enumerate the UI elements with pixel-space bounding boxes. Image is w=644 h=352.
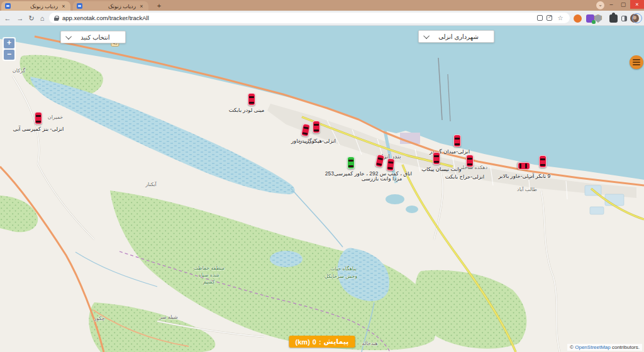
vehicle-label: مینی لودر بابکت — [229, 107, 265, 113]
site-favicon — [5, 3, 11, 9]
map-place-label: وحش سرخانکل — [325, 273, 357, 279]
zoom-out-button[interactable]: − — [4, 50, 14, 60]
vehicle-label: انزلی-حراج بابکت — [445, 173, 484, 180]
account-select[interactable]: شهرداری انزلی — [418, 30, 494, 43]
vehicle-icon[interactable] — [433, 152, 440, 165]
window-close-button[interactable]: × — [630, 0, 644, 9]
map-place-label: منطقه حفاظت — [193, 265, 224, 271]
map-place-label: پناهگاه حیات — [330, 266, 357, 272]
map-place-label: خمیران — [48, 114, 64, 120]
window-maximize-button[interactable]: ▢ — [618, 0, 628, 9]
lock-icon[interactable] — [54, 16, 58, 21]
map-layers-button[interactable] — [630, 55, 643, 69]
account-select-value: شهرداری انزلی — [430, 33, 487, 40]
distance-label: پیمایش — [324, 338, 349, 346]
reload-icon[interactable]: ↻ — [26, 13, 36, 23]
window-minimize-button[interactable]: – — [606, 0, 616, 9]
vehicle-icon[interactable] — [518, 162, 530, 170]
side-panel-icon[interactable] — [621, 16, 627, 21]
distance-value: 0 — [313, 338, 316, 346]
map-place-label: شیله سر — [159, 314, 177, 320]
vehicle-label: وانت نیسان پیکاپ — [421, 166, 461, 172]
distance-separator: : — [319, 338, 321, 346]
tab-close-icon[interactable]: × — [138, 3, 145, 9]
device-select-value: انتخاب کنید — [72, 34, 119, 41]
back-icon[interactable]: ← — [3, 13, 13, 23]
browser-tab-strip: ردیاب زنوتک × ردیاب زنوتک × + ⌄ – ▢ × — [0, 0, 644, 11]
browser-toolbar: ← → ↻ ⌂ app.xenotak.com/tracker/trackAll… — [0, 11, 644, 26]
vehicle-label: مزدا وانت بازرسی — [362, 175, 402, 182]
map-zoom-control: + − — [3, 37, 16, 61]
forward-icon[interactable]: → — [15, 13, 25, 23]
chevron-down-icon — [423, 33, 430, 39]
map-place-label: شده سیاه — [198, 272, 219, 278]
distance-unit: (km) — [296, 338, 310, 346]
map-canvas[interactable]: 49 گرکانخمیرانآبکناربندر انزلیدهکده ساحل… — [0, 26, 644, 352]
vehicle-icon[interactable] — [347, 157, 355, 169]
vehicle-label: انزلی-هپکوگریدر — [299, 138, 336, 144]
browser-menu-icon[interactable]: ⋮ — [632, 13, 642, 23]
vehicle-label: انزلی- بنز کمپرسی آبی — [13, 126, 64, 132]
new-tab-button[interactable]: + — [155, 2, 164, 11]
vehicle-label: 9 تانکر آب — [528, 173, 551, 179]
extension-icon-purple[interactable] — [586, 14, 594, 23]
browser-tab-1[interactable]: ردیاب زنوتک × — [1, 1, 70, 11]
map-place-label: هندخاله — [362, 341, 378, 346]
vehicle-icon[interactable] — [539, 155, 547, 168]
openstreetmap-link[interactable]: OpenStreetMap — [575, 344, 610, 350]
vehicle-icon[interactable] — [466, 155, 474, 167]
vehicle-icon[interactable] — [248, 93, 255, 106]
zoom-in-button[interactable]: + — [4, 38, 14, 48]
vehicle-icon[interactable] — [453, 135, 461, 147]
vehicle-icon[interactable] — [313, 121, 320, 133]
tab-close-icon[interactable]: × — [60, 3, 67, 9]
extensions-puzzle-icon[interactable] — [609, 14, 618, 23]
copyright-symbol: © — [570, 344, 574, 350]
attribution-suffix: contributors. — [612, 344, 640, 350]
map-place-label: طالب آباد — [517, 187, 537, 192]
url-text[interactable]: app.xenotak.com/tracker/trackAll — [62, 14, 533, 21]
tab-title: ردیاب زنوتک — [85, 3, 136, 9]
map-place-label: چکور — [94, 316, 104, 321]
tab-title: ردیاب زنوتک — [13, 3, 58, 9]
extension-icon-orange[interactable] — [574, 14, 582, 23]
map-place-label: آبکنار — [145, 182, 157, 187]
bookmark-star-icon[interactable]: ☆ — [556, 14, 565, 21]
device-select[interactable]: انتخاب کنید — [60, 31, 126, 43]
browser-tab-2[interactable]: ردیاب زنوتک × — [73, 1, 148, 11]
map-tiles — [0, 26, 644, 352]
tab-search-button[interactable]: ⌄ — [596, 1, 604, 9]
home-icon[interactable]: ⌂ — [37, 13, 47, 23]
vehicle-icon[interactable] — [386, 158, 395, 171]
site-favicon — [77, 3, 82, 9]
address-bar[interactable]: app.xenotak.com/tracker/trackAll ☆ — [49, 13, 570, 23]
distance-badge: (km) 0 : پیمایش — [289, 336, 355, 348]
map-place-label: گرکان — [13, 68, 25, 74]
open-in-new-icon[interactable] — [537, 15, 543, 21]
share-icon[interactable] — [547, 15, 552, 21]
chevron-down-icon — [65, 33, 72, 40]
map-place-label: کشیم — [203, 279, 215, 285]
map-attribution: © OpenStreetMap contributors. — [567, 344, 642, 351]
vehicle-icon[interactable] — [35, 112, 42, 124]
